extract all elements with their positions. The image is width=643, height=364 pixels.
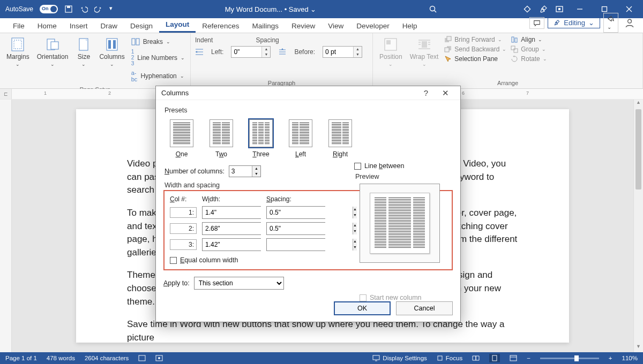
status-chars[interactable]: 2604 characters	[85, 355, 129, 361]
col-1-width[interactable]: ▲▼	[202, 206, 261, 219]
col-1-spacing[interactable]: ▲▼	[266, 206, 325, 219]
svg-rect-33	[139, 355, 145, 361]
svg-rect-15	[51, 42, 58, 49]
ok-button[interactable]: OK	[334, 301, 391, 315]
svg-rect-1	[67, 6, 70, 8]
preset-left[interactable]: Left	[289, 119, 312, 158]
hyphenation-button[interactable]: a-bcHyphenation⌄	[130, 69, 186, 84]
align-button[interactable]: Align ⌄	[510, 35, 547, 44]
svg-rect-20	[132, 39, 135, 45]
tab-view[interactable]: View	[322, 19, 350, 33]
svg-rect-36	[373, 355, 379, 360]
preset-one[interactable]: One	[170, 119, 193, 158]
diamond-icon[interactable]	[523, 5, 532, 13]
tab-developer[interactable]: Developer	[350, 19, 396, 33]
print-layout-icon[interactable]	[489, 354, 500, 362]
svg-rect-30	[515, 38, 517, 42]
vertical-ruler[interactable]	[0, 100, 12, 352]
spacing-header: Spacing:	[266, 195, 325, 203]
send-backward-button: Send Backward ⌄	[444, 45, 507, 54]
svg-rect-32	[514, 49, 518, 52]
spacing-before-label: Before:	[294, 48, 315, 56]
vertical-scrollbar[interactable]: ▲ ▼	[633, 100, 643, 352]
pen-icon[interactable]	[539, 5, 548, 13]
share-button[interactable]: ⌄	[603, 13, 618, 33]
columns-dialog: Columns ? ✕ Presets One Two Three Left R…	[155, 86, 461, 322]
line-between-checkbox[interactable]: Line between	[354, 162, 453, 170]
editing-mode-button[interactable]: Editing⌄	[548, 17, 600, 28]
svg-rect-4	[524, 6, 530, 12]
dialog-close-button[interactable]: ✕	[436, 88, 455, 98]
col-2-spacing[interactable]: ▲▼	[266, 222, 325, 235]
svg-rect-39	[492, 355, 497, 361]
web-layout-icon[interactable]	[510, 355, 517, 361]
tab-design[interactable]: Design	[124, 19, 159, 33]
save-icon[interactable]	[64, 5, 73, 13]
focus-button[interactable]: Focus	[437, 355, 462, 361]
orientation-button[interactable]: Orientation⌄	[35, 35, 71, 69]
tab-draw[interactable]: Draw	[94, 19, 124, 33]
svg-point-35	[158, 357, 160, 359]
svg-rect-38	[438, 356, 442, 360]
read-mode-icon[interactable]	[472, 355, 480, 361]
status-macro-icon[interactable]	[138, 355, 146, 361]
col-3-spacing[interactable]: ▲▼	[266, 238, 325, 251]
tab-help[interactable]: Help	[396, 19, 424, 33]
quick-access-toolbar: ▾	[64, 5, 113, 13]
size-button[interactable]: Size⌄	[73, 35, 94, 69]
start-new-column-checkbox: Start new column	[360, 294, 422, 301]
display-settings-button[interactable]: Display Settings	[372, 355, 427, 361]
dialog-help-button[interactable]: ?	[416, 88, 436, 97]
tab-review[interactable]: Review	[285, 19, 322, 33]
search-icon[interactable]	[429, 5, 437, 13]
tab-file[interactable]: File	[6, 19, 31, 33]
redo-icon[interactable]	[94, 5, 103, 13]
tab-home[interactable]: Home	[31, 19, 63, 33]
line-numbers-button[interactable]: 123Line Numbers⌄	[130, 48, 186, 67]
tab-references[interactable]: References	[196, 19, 245, 33]
breaks-button[interactable]: Breaks⌄	[130, 37, 186, 47]
preset-right[interactable]: Right	[328, 119, 352, 158]
spacing-before-input[interactable]: ▲▼	[323, 46, 362, 58]
tab-mailings[interactable]: Mailings	[245, 19, 285, 33]
app-icon[interactable]	[555, 5, 564, 13]
tab-layout[interactable]: Layout	[159, 18, 196, 33]
undo-icon[interactable]	[79, 5, 88, 13]
status-bar: Page 1 of 1 478 words 2604 characters Di…	[0, 352, 643, 364]
svg-rect-24	[422, 41, 427, 48]
indent-left-input[interactable]: ▲▼	[231, 46, 271, 58]
col-2-width[interactable]: ▲▼	[202, 222, 261, 235]
status-words[interactable]: 478 words	[47, 355, 75, 361]
apply-to-select[interactable]: This section	[194, 277, 284, 290]
selection-pane-button[interactable]: Selection Pane	[444, 55, 507, 63]
zoom-value[interactable]: 110%	[622, 355, 638, 361]
preset-three[interactable]: Three	[249, 119, 273, 158]
zoom-out-button[interactable]: −	[527, 355, 530, 361]
cancel-button[interactable]: Cancel	[396, 301, 453, 315]
ribbon-tabs: File Home Insert Draw Design Layout Refe…	[0, 18, 643, 33]
dialog-title: Columns	[161, 89, 416, 97]
svg-rect-29	[512, 37, 514, 42]
margins-button[interactable]: Margins⌄	[4, 35, 32, 69]
status-page[interactable]: Page 1 of 1	[5, 355, 37, 361]
width-header: Width:	[202, 195, 261, 203]
comments-button[interactable]	[529, 17, 544, 29]
svg-rect-21	[136, 39, 139, 45]
zoom-in-button[interactable]: +	[609, 355, 612, 361]
preview-label: Preview	[355, 173, 453, 180]
col-3-width[interactable]: ▲▼	[202, 238, 261, 251]
autosave-label: AutoSave	[5, 5, 33, 13]
status-accessibility-icon[interactable]	[155, 355, 163, 361]
group-arrange: Position⌄ Wrap Text⌄ Bring Forward ⌄ Sen…	[373, 33, 643, 88]
scrollbar-thumb[interactable]	[635, 109, 641, 189]
zoom-slider[interactable]	[540, 358, 599, 359]
account-icon[interactable]	[622, 17, 638, 29]
indent-left-icon	[195, 48, 204, 56]
num-columns-input[interactable]: ▲▼	[229, 165, 261, 177]
tab-insert[interactable]: Insert	[63, 19, 94, 33]
preset-two[interactable]: Two	[210, 119, 233, 158]
svg-point-2	[430, 6, 435, 11]
columns-button[interactable]: Columns⌄	[97, 35, 126, 69]
autosave-toggle[interactable]: On	[40, 5, 58, 13]
preview-box	[360, 184, 440, 263]
